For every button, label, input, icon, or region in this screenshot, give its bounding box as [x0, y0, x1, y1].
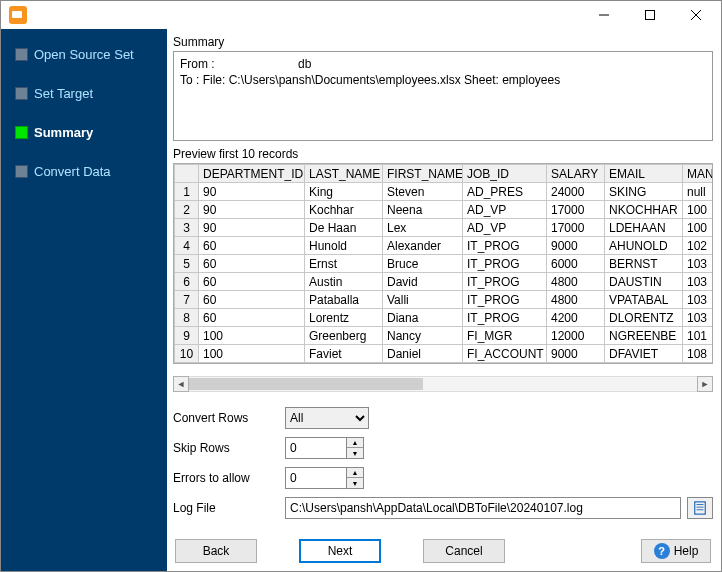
cell: 60: [199, 237, 305, 255]
table-row[interactable]: 190KingStevenAD_PRES24000SKINGnull: [175, 183, 714, 201]
cell: LDEHAAN: [605, 219, 683, 237]
cancel-button[interactable]: Cancel: [423, 539, 505, 563]
table-row[interactable]: 560ErnstBruceIT_PROG6000BERNST103: [175, 255, 714, 273]
table-row[interactable]: 760PataballaValliIT_PROG4800VPATABAL103: [175, 291, 714, 309]
cell: IT_PROG: [463, 255, 547, 273]
skip-rows-down[interactable]: ▼: [347, 448, 363, 458]
scroll-track[interactable]: [189, 376, 697, 392]
cell: Neena: [383, 201, 463, 219]
logfile-input[interactable]: [285, 497, 681, 519]
cell: 60: [199, 255, 305, 273]
cell: De Haan: [305, 219, 383, 237]
close-button[interactable]: [673, 2, 719, 28]
step-label: Summary: [34, 125, 93, 140]
cell: IT_PROG: [463, 309, 547, 327]
scroll-left-button[interactable]: ◄: [173, 376, 189, 392]
cell: 6000: [547, 255, 605, 273]
cell: 9000: [547, 237, 605, 255]
summary-from-value: db: [298, 57, 311, 71]
table-row[interactable]: 390De HaanLexAD_VP17000LDEHAAN100: [175, 219, 714, 237]
titlebar: [1, 1, 721, 29]
cell: IT_PROG: [463, 273, 547, 291]
scroll-thumb[interactable]: [189, 378, 423, 390]
cell: 17000: [547, 201, 605, 219]
cell: SKING: [605, 183, 683, 201]
cell: FI_MGR: [463, 327, 547, 345]
logfile-browse-button[interactable]: [687, 497, 713, 519]
step-label: Open Source Set: [34, 47, 134, 62]
cell: Austin: [305, 273, 383, 291]
table-row[interactable]: 9100GreenbergNancyFI_MGR12000NGREENBE101: [175, 327, 714, 345]
column-header[interactable]: SALARY: [547, 165, 605, 183]
cell: BERNST: [605, 255, 683, 273]
cell: Lorentz: [305, 309, 383, 327]
cell: Bruce: [383, 255, 463, 273]
cell: 103: [683, 273, 714, 291]
next-button[interactable]: Next: [299, 539, 381, 563]
step-convert-data[interactable]: Convert Data: [1, 158, 167, 185]
cell: 4800: [547, 273, 605, 291]
cell: VPATABAL: [605, 291, 683, 309]
maximize-button[interactable]: [627, 2, 673, 28]
column-header[interactable]: MANAG: [683, 165, 714, 183]
errors-down[interactable]: ▼: [347, 478, 363, 488]
errors-up[interactable]: ▲: [347, 468, 363, 478]
convert-rows-label: Convert Rows: [173, 411, 285, 425]
cell: AD_VP: [463, 219, 547, 237]
cell: 90: [199, 201, 305, 219]
row-header-blank: [175, 165, 199, 183]
convert-rows-select[interactable]: All: [285, 407, 369, 429]
minimize-button[interactable]: [581, 2, 627, 28]
scroll-right-button[interactable]: ►: [697, 376, 713, 392]
column-header[interactable]: JOB_ID: [463, 165, 547, 183]
row-number: 7: [175, 291, 199, 309]
column-header[interactable]: LAST_NAME: [305, 165, 383, 183]
summary-to-line: To : File: C:\Users\pansh\Documents\empl…: [180, 72, 706, 88]
cell: AD_VP: [463, 201, 547, 219]
step-summary[interactable]: Summary: [1, 119, 167, 146]
table-row[interactable]: 460HunoldAlexanderIT_PROG9000AHUNOLD102: [175, 237, 714, 255]
help-button[interactable]: ?Help: [641, 539, 711, 563]
cell: Lex: [383, 219, 463, 237]
cell: 100: [199, 327, 305, 345]
cell: Hunold: [305, 237, 383, 255]
summary-heading: Summary: [173, 35, 713, 49]
help-icon: ?: [654, 543, 670, 559]
column-header[interactable]: FIRST_NAME: [383, 165, 463, 183]
svg-rect-4: [695, 502, 706, 514]
step-set-target[interactable]: Set Target: [1, 80, 167, 107]
document-icon: [693, 501, 707, 515]
errors-input[interactable]: [285, 467, 347, 489]
cell: Ernst: [305, 255, 383, 273]
cell: Valli: [383, 291, 463, 309]
preview-table[interactable]: DEPARTMENT_IDLAST_NAMEFIRST_NAMEJOB_IDSA…: [173, 163, 713, 364]
errors-label: Errors to allow: [173, 471, 285, 485]
row-number: 3: [175, 219, 199, 237]
horizontal-scrollbar[interactable]: ◄ ►: [173, 375, 713, 393]
skip-rows-up[interactable]: ▲: [347, 438, 363, 448]
step-open-source-set[interactable]: Open Source Set: [1, 41, 167, 68]
table-row[interactable]: 860LorentzDianaIT_PROG4200DLORENTZ103: [175, 309, 714, 327]
cell: Kochhar: [305, 201, 383, 219]
table-row[interactable]: 290KochharNeenaAD_VP17000NKOCHHAR100: [175, 201, 714, 219]
table-row[interactable]: 660AustinDavidIT_PROG4800DAUSTIN103: [175, 273, 714, 291]
step-label: Convert Data: [34, 164, 111, 179]
row-number: 2: [175, 201, 199, 219]
cell: null: [683, 183, 714, 201]
wizard-sidebar: Open Source Set Set Target Summary Conve…: [1, 29, 167, 571]
cell: King: [305, 183, 383, 201]
cell: DAUSTIN: [605, 273, 683, 291]
cell: DFAVIET: [605, 345, 683, 363]
column-header[interactable]: EMAIL: [605, 165, 683, 183]
cell: 103: [683, 309, 714, 327]
skip-rows-input[interactable]: [285, 437, 347, 459]
cell: 9000: [547, 345, 605, 363]
logfile-label: Log File: [173, 501, 285, 515]
column-header[interactable]: DEPARTMENT_ID: [199, 165, 305, 183]
row-number: 10: [175, 345, 199, 363]
cell: Faviet: [305, 345, 383, 363]
cell: Diana: [383, 309, 463, 327]
back-button[interactable]: Back: [175, 539, 257, 563]
cell: DLORENTZ: [605, 309, 683, 327]
table-row[interactable]: 10100FavietDanielFI_ACCOUNT9000DFAVIET10…: [175, 345, 714, 363]
